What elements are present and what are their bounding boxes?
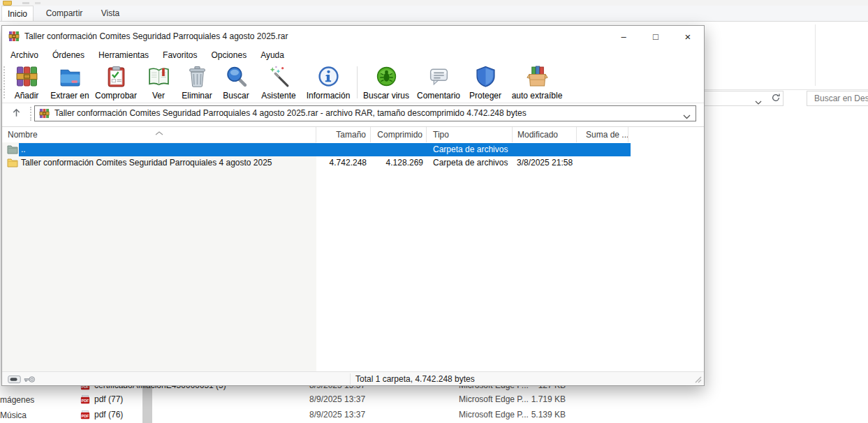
statusbar-divider <box>350 373 351 385</box>
protect-button[interactable]: Proteger <box>464 64 507 101</box>
folder-icon <box>7 158 18 168</box>
folder-up-icon <box>7 144 18 154</box>
toolbar-separator <box>357 66 358 98</box>
toolbar-divider <box>2 103 704 103</box>
rar-file-icon <box>39 108 50 119</box>
list-header: Nombre Tamaño Comprimido Tipo Modificado… <box>2 127 704 142</box>
add-archive-icon <box>15 65 38 90</box>
screen: Inicio Compartir Vista Buscar en Des mág… <box>0 0 868 423</box>
sfx-button[interactable]: auto extraíble <box>507 64 567 101</box>
key-icon <box>24 376 36 385</box>
find-button[interactable]: Buscar <box>216 64 256 101</box>
file-row[interactable]: PDF pdf (77) 8/9/2025 13:37 Microsoft Ed… <box>0 394 705 406</box>
resize-grip[interactable] <box>694 376 703 384</box>
file-row[interactable]: PDF pdf (76) 8/9/2025 13:37 Microsoft Ed… <box>0 410 705 421</box>
winrar-statusbar: Total 1 carpeta, 4.742.248 bytes <box>2 371 704 385</box>
delete-button[interactable]: Eliminar <box>178 64 216 101</box>
tab-compartir[interactable]: Compartir <box>41 6 88 22</box>
info-button[interactable]: Información <box>301 64 355 101</box>
magnifier-icon <box>225 65 248 90</box>
column-header-tipo[interactable]: Tipo <box>427 127 513 142</box>
status-total-text: Total 1 carpeta, 4.742.248 bytes <box>355 374 475 384</box>
minimize-button[interactable]: – <box>608 26 640 47</box>
magic-wand-icon <box>267 65 290 90</box>
add-button[interactable]: Añadir <box>6 64 47 101</box>
quick-access-icon <box>35 2 41 4</box>
svg-text:PDF: PDF <box>82 414 90 418</box>
chevron-down-icon[interactable] <box>683 112 691 121</box>
list-row-parent-dir[interactable]: .. Carpeta de archivos <box>2 143 704 156</box>
sfx-box-icon <box>526 65 549 90</box>
svg-text:PDF: PDF <box>82 399 90 403</box>
close-button[interactable]: × <box>672 26 704 47</box>
comment-bubble-icon <box>427 65 450 90</box>
quick-access-icon <box>22 2 29 4</box>
extract-button[interactable]: Extraer en <box>47 64 93 101</box>
archive-address-combobox[interactable]: Taller conformación Comites Seguridad Pa… <box>34 105 696 121</box>
search-placeholder: Buscar en Des <box>814 94 868 103</box>
pdf-icon: PDF <box>80 395 90 405</box>
tab-vista[interactable]: Vista <box>92 6 128 22</box>
comment-button[interactable]: Comentario <box>413 64 464 101</box>
column-header-suma[interactable]: Suma de ... <box>577 127 628 142</box>
explorer-titlebar-sliver <box>0 0 868 6</box>
info-icon <box>317 65 340 90</box>
menu-ordenes[interactable]: Órdenes <box>45 47 91 64</box>
ribbon-group-separator <box>815 24 816 86</box>
winrar-titlebar[interactable]: Taller conformación Comites Seguridad Pa… <box>2 26 704 47</box>
sort-ascending-icon <box>155 128 163 138</box>
window-title: Taller conformación Comites Seguridad Pa… <box>24 31 288 41</box>
list-row-folder[interactable]: Taller conformación Comites Seguridad Pa… <box>2 156 704 170</box>
winrar-menubar: Archivo Órdenes Herramientas Favoritos O… <box>3 47 291 64</box>
explorer-ribbon-tabs: Inicio Compartir Vista <box>0 6 868 22</box>
refresh-button[interactable] <box>768 91 784 106</box>
selection-highlight <box>19 143 631 156</box>
virus-scan-icon <box>375 65 398 90</box>
maximize-button[interactable]: □ <box>640 26 672 47</box>
toolbar-gripper <box>3 66 5 98</box>
column-header-tamano[interactable]: Tamaño <box>316 127 371 142</box>
view-button[interactable]: Ver <box>139 64 178 101</box>
winrar-app-icon <box>8 31 20 42</box>
test-button[interactable]: Comprobar <box>93 64 139 101</box>
drive-icon <box>8 376 21 385</box>
pdf-icon: PDF <box>80 410 90 420</box>
wizard-button[interactable]: Asistente <box>256 64 301 101</box>
winrar-toolbar: Añadir Extraer en Comprobar Ver <box>6 64 567 103</box>
trash-icon <box>186 65 209 90</box>
folder-icon <box>3 1 12 6</box>
shield-icon <box>474 65 497 90</box>
clipboard-check-icon <box>105 65 128 90</box>
menu-archivo[interactable]: Archivo <box>3 47 45 64</box>
chevron-down-icon[interactable] <box>755 97 762 107</box>
addressbar-gripper <box>30 107 31 121</box>
menu-favoritos[interactable]: Favoritos <box>156 47 204 64</box>
archive-path-text: Taller conformación Comites Seguridad Pa… <box>54 108 527 118</box>
up-directory-button[interactable] <box>8 106 24 121</box>
menu-opciones[interactable]: Opciones <box>204 47 253 64</box>
sorted-column-tint <box>2 142 316 373</box>
archive-file-list: Nombre Tamaño Comprimido Tipo Modificado… <box>2 126 704 373</box>
open-book-icon <box>147 65 170 90</box>
column-header-comprimido[interactable]: Comprimido <box>371 127 427 142</box>
scan-virus-button[interactable]: Buscar virus <box>359 64 413 101</box>
tab-inicio[interactable]: Inicio <box>1 6 34 22</box>
menu-ayuda[interactable]: Ayuda <box>253 47 291 64</box>
up-arrow-icon <box>11 107 22 120</box>
search-input[interactable]: Buscar en Des <box>807 91 868 106</box>
column-header-modificado[interactable]: Modificado <box>513 127 577 142</box>
extract-folder-icon <box>59 65 82 90</box>
refresh-icon <box>771 93 781 105</box>
menu-herramientas[interactable]: Herramientas <box>91 47 156 64</box>
winrar-window: Taller conformación Comites Seguridad Pa… <box>1 25 705 386</box>
